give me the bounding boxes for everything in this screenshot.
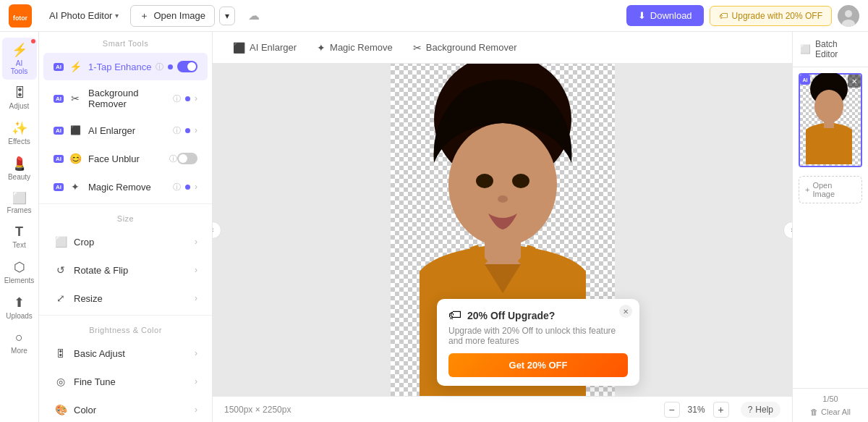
sidebar-item-elements[interactable]: ⬡ Elements bbox=[2, 255, 37, 289]
promo-title: 20% Off Upgrade? bbox=[467, 310, 555, 321]
promo-close-button[interactable]: ✕ bbox=[619, 305, 632, 318]
sidebar-item-more[interactable]: ○ More bbox=[2, 326, 37, 359]
right-spacer bbox=[793, 209, 868, 388]
upgrade-button[interactable]: 🏷 Upgrade with 20% OFF bbox=[710, 6, 832, 26]
adjust-icon: 🎛 bbox=[13, 85, 26, 101]
effects-icon: ✨ bbox=[12, 120, 27, 136]
canvas-ai-enlarger-btn[interactable]: ⬛ AI Enlarger bbox=[224, 38, 305, 58]
zoom-out-btn[interactable]: − bbox=[664, 402, 680, 418]
main-layout: ⚡ AI Tools 🎛 Adjust ✨ Effects 💄 Beauty ⬜… bbox=[0, 32, 868, 422]
open-image-btn[interactable]: ＋ Open Image bbox=[130, 5, 215, 27]
rotate-icon: ↺ bbox=[54, 263, 68, 277]
tool-color[interactable]: 🎨 Color › bbox=[43, 396, 208, 422]
elements-label: Elements bbox=[4, 277, 35, 284]
promo-header: 🏷 20% Off Upgrade? bbox=[448, 308, 628, 323]
svg-rect-11 bbox=[485, 235, 521, 264]
crop-label: Crop bbox=[74, 237, 195, 248]
resize-label: Resize bbox=[74, 293, 195, 304]
thumbnail-item: ✕ AI bbox=[799, 73, 862, 167]
magic-remove-icon: ✦ bbox=[68, 180, 82, 194]
frames-label: Frames bbox=[7, 206, 32, 214]
tool-ai-enlarger[interactable]: AI ⬛ AI Enlarger ⓘ › bbox=[43, 117, 208, 144]
tool-face-unblur[interactable]: AI 😊 Face Unblur ⓘ bbox=[43, 145, 208, 172]
right-panel: ⬜ Batch Editor ✕ AI + bbox=[792, 32, 868, 422]
ai-badge: AI bbox=[54, 95, 64, 103]
collapse-panel-btn[interactable]: ‹ bbox=[213, 221, 221, 239]
tool-rotate-flip[interactable]: ↺ Rotate & Flip › bbox=[43, 256, 208, 284]
canvas-magic-remove-btn[interactable]: ✦ Magic Remove bbox=[308, 38, 401, 58]
tool-magic-remove[interactable]: AI ✦ Magic Remove ⓘ › bbox=[43, 173, 208, 201]
sidebar-item-beauty[interactable]: 💄 Beauty bbox=[2, 151, 37, 185]
svg-point-3 bbox=[845, 10, 852, 17]
svg-point-14 bbox=[498, 195, 508, 203]
canvas-magic-icon: ✦ bbox=[317, 42, 326, 54]
tool-basic-adjust[interactable]: 🎛 Basic Adjust › bbox=[43, 339, 208, 367]
tool-crop[interactable]: ⬜ Crop › bbox=[43, 228, 208, 256]
face-unblur-label: Face Unblur bbox=[88, 153, 166, 164]
resize-icon: ⤢ bbox=[54, 291, 68, 305]
size-divider bbox=[39, 203, 212, 204]
collapse-right-panel-btn[interactable]: › bbox=[783, 221, 792, 239]
elements-icon: ⬡ bbox=[14, 259, 25, 275]
canvas-enlarger-label: AI Enlarger bbox=[250, 42, 297, 53]
sidebar-item-uploads[interactable]: ⬆ Uploads bbox=[2, 290, 37, 324]
tool-background-remover[interactable]: AI ✂ Background Remover ⓘ › bbox=[43, 81, 208, 116]
sidebar-item-adjust[interactable]: 🎛 Adjust bbox=[2, 81, 37, 114]
sidebar-item-text[interactable]: T Text bbox=[2, 220, 37, 253]
face-unblur-info-icon: ⓘ bbox=[169, 153, 177, 164]
enhance-toggle[interactable] bbox=[177, 61, 197, 72]
svg-point-16 bbox=[814, 90, 843, 123]
download-label: Download bbox=[650, 10, 692, 21]
clear-all-button[interactable]: 🗑 Clear All bbox=[799, 408, 862, 416]
bg-remover-chevron-icon: › bbox=[195, 93, 197, 104]
zoom-in-btn[interactable]: + bbox=[713, 402, 729, 418]
zoom-value: 31% bbox=[686, 405, 707, 415]
canvas-bg-remover-btn[interactable]: ✂ Background Remover bbox=[404, 38, 526, 58]
ai-enlarger-chevron-icon: › bbox=[195, 125, 197, 135]
enhance-info-icon: ⓘ bbox=[156, 62, 163, 72]
help-button[interactable]: ? Help bbox=[741, 402, 780, 418]
avatar-img bbox=[838, 5, 859, 27]
promo-cta-button[interactable]: Get 20% OFF bbox=[448, 353, 628, 377]
face-unblur-toggle[interactable] bbox=[177, 153, 197, 164]
sidebar-item-effects[interactable]: ✨ Effects bbox=[2, 116, 37, 150]
beauty-icon: 💄 bbox=[12, 156, 27, 172]
batch-editor-button[interactable]: ⬜ Batch Editor bbox=[793, 32, 868, 67]
tool-resize[interactable]: ⤢ Resize › bbox=[43, 284, 208, 312]
canvas-magic-label: Magic Remove bbox=[330, 42, 393, 53]
trash-icon: 🗑 bbox=[810, 408, 818, 416]
ai-badge: AI bbox=[54, 127, 64, 135]
logo: fotor bbox=[9, 4, 32, 28]
ai-tools-icon: ⚡ bbox=[12, 42, 27, 58]
right-open-image-btn[interactable]: + Open Image bbox=[799, 176, 862, 203]
sidebar-item-frames[interactable]: ⬜ Frames bbox=[2, 187, 37, 219]
ai-badge: AI bbox=[54, 63, 64, 71]
color-icon: 🎨 bbox=[54, 402, 68, 417]
nav-ai-tools-wrap: ⚡ AI Tools bbox=[2, 38, 37, 80]
user-avatar[interactable] bbox=[838, 5, 859, 27]
cloud-save-icon[interactable]: ☁ bbox=[244, 6, 264, 26]
tool-one-tap-enhance[interactable]: AI ⚡ 1-Tap Enhance ⓘ bbox=[43, 53, 208, 80]
magic-remove-label: Magic Remove bbox=[88, 182, 170, 193]
enhance-icon: ⚡ bbox=[68, 59, 82, 74]
tool-fine-tune[interactable]: ◎ Fine Tune › bbox=[43, 368, 208, 395]
canvas-bottombar: 1500px × 2250px − 31% + ? Help bbox=[213, 396, 792, 422]
upgrade-icon: 🏷 bbox=[719, 11, 728, 21]
topbar: fotor AI Photo Editor ▾ ＋ Open Image ▾ ☁… bbox=[0, 0, 868, 32]
canvas-bg-icon: ✂ bbox=[413, 42, 422, 54]
magic-remove-info-icon: ⓘ bbox=[173, 182, 181, 193]
thumbnail-badge: AI bbox=[800, 75, 810, 88]
ai-enlarger-icon: ⬛ bbox=[68, 123, 82, 138]
clear-all-label: Clear All bbox=[821, 408, 851, 416]
open-image-dropdown-btn[interactable]: ▾ bbox=[219, 7, 235, 25]
download-icon: ⬇ bbox=[638, 10, 646, 21]
magic-remove-chevron-icon: › bbox=[195, 182, 197, 192]
brightness-label: Brightness & Color bbox=[39, 318, 212, 339]
canvas-bg-label: Background Remover bbox=[426, 42, 517, 53]
sidebar-item-ai-tools[interactable]: ⚡ AI Tools bbox=[2, 38, 37, 80]
bg-remover-dot bbox=[185, 96, 190, 101]
app-title-btn[interactable]: AI Photo Editor ▾ bbox=[43, 7, 124, 24]
thumbnail-delete-btn[interactable]: ✕ bbox=[848, 75, 861, 88]
download-button[interactable]: ⬇ Download bbox=[626, 5, 704, 26]
page-count: 1/50 bbox=[799, 394, 862, 403]
